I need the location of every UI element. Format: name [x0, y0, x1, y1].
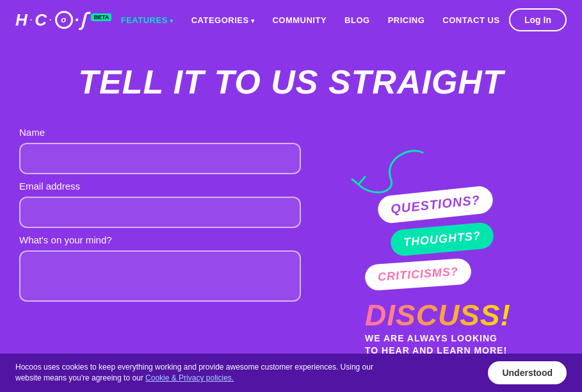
- mind-label: What's on your mind?: [19, 234, 301, 245]
- cookie-policy-link[interactable]: Cookie & Privacy policies.: [145, 373, 234, 382]
- logo-h: H: [15, 10, 29, 30]
- thoughts-badge: THOUGHTS?: [390, 222, 495, 257]
- discuss-section: DISCUSS! WE ARE ALWAYS LOOKING TO HEAR A…: [365, 298, 511, 357]
- login-button[interactable]: Log In: [509, 8, 567, 31]
- logo-dot-1: ·: [30, 15, 33, 24]
- mind-textarea[interactable]: [19, 250, 301, 302]
- logo-c: C: [35, 10, 48, 30]
- name-field-group: Name: [19, 127, 301, 174]
- hero-title: TELL IT TO US STRAIGHT: [13, 63, 569, 101]
- nav-link-pricing[interactable]: PRICING: [388, 15, 425, 25]
- right-section: QUESTIONS? THOUGHTS? CRITICISMS? DISCUSS…: [327, 127, 563, 351]
- email-field-group: Email address: [19, 181, 301, 228]
- logo[interactable]: H · C · o · ʃ BETA: [15, 10, 111, 31]
- criticisms-badge: CRITICISMS?: [364, 257, 472, 291]
- hero-section: TELL IT TO US STRAIGHT: [0, 40, 582, 114]
- nav-links: FEATURES CATEGORIES COMMUNITY BLOG PRICI…: [121, 14, 500, 26]
- nav-item-features[interactable]: FEATURES: [121, 14, 174, 26]
- mind-field-group: What's on your mind?: [19, 234, 301, 302]
- logo-o: o: [55, 11, 73, 29]
- email-label: Email address: [19, 181, 301, 192]
- nav-link-categories[interactable]: CATEGORIES: [191, 15, 255, 25]
- nav-link-community[interactable]: COMMUNITY: [272, 15, 327, 25]
- cookie-bar: Hocoos uses cookies to keep everything w…: [0, 354, 582, 392]
- navigation: H · C · o · ʃ BETA FEATURES CATEGORIES C…: [0, 0, 582, 40]
- nav-item-pricing[interactable]: PRICING: [388, 14, 425, 26]
- email-input[interactable]: [19, 197, 301, 228]
- discuss-title: DISCUSS!: [365, 298, 511, 332]
- logo-end: ʃ: [80, 10, 87, 31]
- contact-form: Name Email address What's on your mind?: [19, 127, 301, 351]
- cookie-text: Hocoos uses cookies to keep everything w…: [15, 362, 400, 384]
- name-label: Name: [19, 127, 301, 138]
- nav-item-contact[interactable]: CONTACT US: [442, 14, 499, 26]
- nav-link-blog[interactable]: BLOG: [344, 15, 370, 25]
- nav-link-contact[interactable]: CONTACT US: [442, 15, 499, 25]
- logo-dot-2: ·: [49, 15, 53, 24]
- nav-link-features[interactable]: FEATURES: [121, 15, 174, 25]
- discuss-sub1: WE ARE ALWAYS LOOKING: [365, 332, 511, 345]
- name-input[interactable]: [19, 143, 301, 174]
- understood-button[interactable]: Understood: [488, 361, 567, 384]
- nav-item-community[interactable]: COMMUNITY: [272, 14, 327, 26]
- nav-item-categories[interactable]: CATEGORIES: [191, 14, 255, 26]
- nav-item-blog[interactable]: BLOG: [344, 14, 370, 26]
- main-content: Name Email address What's on your mind? …: [0, 114, 582, 351]
- beta-badge: BETA: [91, 13, 111, 21]
